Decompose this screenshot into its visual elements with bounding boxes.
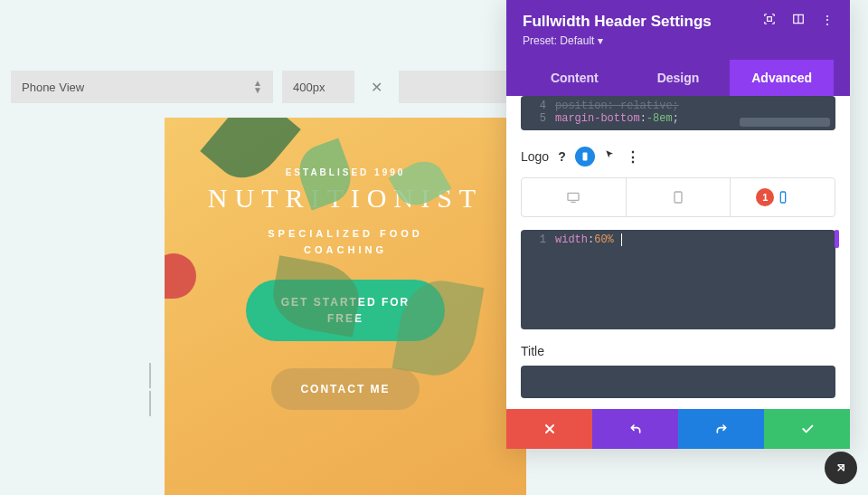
svg-rect-0 xyxy=(768,17,772,22)
title-label: Title xyxy=(521,344,835,358)
chevron-down-icon: ▾ xyxy=(598,34,603,47)
device-tab-phone[interactable]: 1 xyxy=(730,178,835,216)
svg-rect-4 xyxy=(568,193,579,200)
settings-tabs: Content Design Advanced xyxy=(523,60,834,96)
responsive-controls: Phone View ▲▼ 400px ✕ xyxy=(11,71,507,103)
svg-rect-7 xyxy=(780,192,785,203)
view-mode-select[interactable]: Phone View ▲▼ xyxy=(11,71,273,103)
badge-count: 1 xyxy=(756,188,774,206)
title-section: Title xyxy=(521,344,835,398)
section-more-icon[interactable]: ⋮ xyxy=(626,148,640,166)
svg-rect-6 xyxy=(675,192,682,203)
panel-actions xyxy=(506,409,850,449)
tab-content[interactable]: Content xyxy=(523,60,627,96)
settings-panel: Fullwidth Header Settings Preset: Defaul… xyxy=(506,0,850,449)
svg-rect-3 xyxy=(582,153,587,161)
view-mode-value: Phone View xyxy=(22,81,84,94)
cancel-button[interactable] xyxy=(506,409,592,449)
tab-advanced[interactable]: Advanced xyxy=(730,60,834,96)
tab-design[interactable]: Design xyxy=(627,60,731,96)
logo-section-header: Logo ? ⋮ xyxy=(521,147,835,167)
device-tabs: 1 xyxy=(521,177,835,217)
panel-body: 4position: relative; 5margin-bottom:-8em… xyxy=(506,96,850,409)
help-icon[interactable]: ? xyxy=(558,149,566,164)
css-editor-title[interactable] xyxy=(521,366,835,398)
logo-label: Logo xyxy=(521,149,549,164)
phone-responsive-icon[interactable] xyxy=(575,147,595,167)
preset-selector[interactable]: Preset: Default ▾ xyxy=(523,34,712,47)
css-editor-top[interactable]: 4position: relative; 5margin-bottom:-8em… xyxy=(521,96,835,130)
css-editor-logo[interactable]: 1width:60% xyxy=(521,230,835,329)
undo-button[interactable] xyxy=(592,409,678,449)
scrollbar-thumb[interactable] xyxy=(835,230,839,248)
resize-handle[interactable] xyxy=(141,363,159,416)
height-input[interactable] xyxy=(399,71,507,103)
expand-icon[interactable] xyxy=(763,13,776,28)
established-text: ESTABLISED 1990 xyxy=(165,167,526,177)
select-chevrons-icon: ▲▼ xyxy=(253,80,262,94)
leaf-decoration xyxy=(200,118,300,192)
redo-button[interactable] xyxy=(678,409,764,449)
device-tab-desktop[interactable] xyxy=(522,178,626,216)
device-tab-tablet[interactable] xyxy=(626,178,731,216)
panel-header: Fullwidth Header Settings Preset: Defaul… xyxy=(506,0,850,96)
phone-preview: ESTABLISED 1990 NUTRITIONIST SPECIALIZED… xyxy=(165,118,526,495)
fruit-decoration xyxy=(165,253,196,299)
contact-me-button[interactable]: CONTACT ME xyxy=(271,368,419,410)
panel-title: Fullwidth Header Settings xyxy=(523,13,712,31)
more-icon[interactable]: ⋮ xyxy=(821,13,834,28)
width-value: 400px xyxy=(293,81,325,94)
expand-fab[interactable] xyxy=(825,452,857,484)
width-input[interactable]: 400px xyxy=(282,71,354,103)
close-icon[interactable]: ✕ xyxy=(363,79,390,96)
subtitle: SPECIALIZED FOOD COACHING xyxy=(165,226,526,258)
save-button[interactable] xyxy=(764,409,850,449)
hover-icon[interactable] xyxy=(604,149,617,165)
preview-area: ESTABLISED 1990 NUTRITIONIST SPECIALIZED… xyxy=(141,118,526,495)
columns-icon[interactable] xyxy=(792,13,805,28)
